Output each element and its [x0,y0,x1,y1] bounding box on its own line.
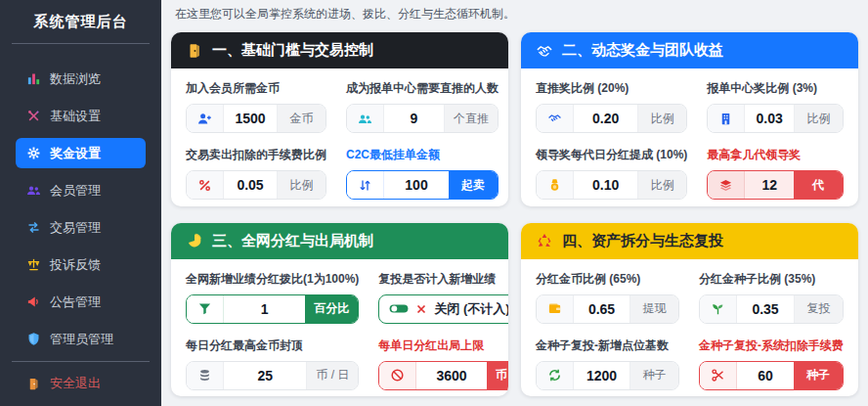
network-dividend-ratio-input[interactable]: 1 百分比 [186,294,359,324]
logout-button[interactable]: 安全退出 [0,362,161,406]
order-center-bonus-input[interactable]: 0.03 比例 [707,104,844,133]
input-suffix: 提现 [629,295,678,323]
dividend-seed-ratio-input[interactable]: 0.35 复投 [699,294,844,324]
field-label: 加入会员所需金币 [186,80,326,97]
x-mark-icon [415,303,427,315]
logout-label: 安全退出 [50,375,101,392]
sidebar-item-bonus-settings[interactable]: 奖金设置 [16,138,146,168]
sell-fee-input[interactable]: 0.05 比例 [186,170,326,200]
card-dividend-exit: 三、全网分红与出局机制 全网新增业绩分红拨比(1为100%) 1 百分比 复投是… [171,223,508,397]
sidebar-item-label: 会员管理 [50,182,101,200]
sidebar-item-data-browse[interactable]: 数据浏览 [16,64,146,94]
sidebar-item-admins[interactable]: 管理员管理 [16,324,146,354]
max-leader-generations-input[interactable]: 12 代 [707,170,844,200]
sidebar-divider-top [12,43,150,44]
field-label: 分红金种子比例 (35%) [699,271,844,288]
team-icon [347,105,384,132]
sidebar-item-complaints[interactable]: 投诉反馈 [16,249,146,280]
input-value[interactable]: 0.65 [574,295,629,323]
input-suffix: 复投 [794,295,843,323]
sort-arrows-icon [347,171,384,199]
field-direct-bonus-ratio: 直推奖比例 (20%) 0.20 比例 [536,80,687,133]
field-label: 报单中心奖比例 (3%) [707,80,844,97]
ban-icon [379,362,416,389]
input-suffix: 种子 [794,362,843,389]
input-suffix: 比例 [794,105,843,132]
sidebar-item-label: 数据浏览 [50,70,101,88]
join-coins-input[interactable]: 1500 金币 [186,104,326,133]
input-value[interactable]: 0.20 [574,105,637,132]
input-suffix: 比例 [637,171,686,199]
input-suffix: 比例 [277,171,326,199]
input-value[interactable]: 0.10 [574,171,637,199]
input-value[interactable]: 0.05 [224,171,277,199]
input-suffix: 比例 [637,105,686,132]
field-max-leader-generations: 最高拿几代领导奖 12 代 [707,147,844,200]
pie-chart-icon [186,232,203,249]
percent-icon [187,171,224,199]
field-label: 分红金币比例 (65%) [536,271,679,288]
per-order-exit-cap-input[interactable]: 3600 币 / 单 [378,361,508,390]
input-suffix: 币 / 单 [487,362,508,389]
input-value[interactable]: 60 [737,362,794,389]
field-label: C2C最低挂单金额 [346,147,499,163]
card-header-dynamic-rewards: 二、动态奖金与团队收益 [521,32,858,68]
app-title: 系统管理后台 [0,0,161,43]
input-value[interactable]: 0.03 [745,105,794,132]
field-daily-dividend-cap: 每日分红最高金币封顶 25 币 / 日 [186,338,359,390]
field-label: 每单日分红出局上限 [378,338,508,354]
input-value[interactable]: 100 [384,171,449,199]
input-value[interactable]: 9 [384,105,444,132]
field-dividend-coin-ratio: 分红金币比例 (65%) 0.65 提现 [536,271,679,324]
field-label: 每日分红最高金币封顶 [186,338,359,354]
sidebar-item-label: 奖金设置 [50,145,101,162]
toggle-icon [389,302,409,315]
sidebar-item-label: 交易管理 [50,219,101,237]
field-dividend-seed-ratio: 分红金种子比例 (35%) 0.35 复投 [699,271,844,324]
card-title: 二、动态奖金与团队收益 [562,41,723,60]
field-label: 最高拿几代领导奖 [707,147,844,163]
input-value[interactable]: 1200 [574,362,629,389]
input-value[interactable]: 3600 [416,362,486,389]
field-label: 全网新增业绩分红拨比(1为100%) [186,271,359,288]
field-seed-reinvest-base: 金种子复投-新增点位基数 1200 种子 [536,338,679,390]
field-label: 成为报单中心需要直推的人数 [346,80,499,97]
field-label: 金种子复投-系统扣除手续费 [699,338,844,354]
reinvest-counting-select[interactable]: 关闭 (不计入) [378,294,508,324]
door-icon [186,42,203,60]
megaphone-icon [25,294,41,310]
input-value[interactable]: 1500 [224,105,277,132]
seedling-icon [700,295,737,323]
sidebar-item-announcements[interactable]: 公告管理 [16,287,146,317]
input-value[interactable]: 0.35 [737,295,794,323]
daily-dividend-cap-input[interactable]: 25 币 / 日 [186,361,359,390]
c2c-min-order-input[interactable]: 100 起卖 [346,170,499,200]
input-suffix: 种子 [629,362,678,389]
input-value[interactable]: 1 [224,295,305,323]
direct-bonus-input[interactable]: 0.20 比例 [536,104,687,133]
field-sell-fee-ratio: 交易卖出扣除的手续费比例 0.05 比例 [186,147,326,200]
seed-reinvest-fee-input[interactable]: 60 种子 [699,361,844,390]
building-icon [708,105,745,132]
card-title: 三、全网分红与出局机制 [212,232,373,250]
field-join-coins: 加入会员所需金币 1500 金币 [186,80,326,133]
input-value[interactable]: 12 [745,171,794,199]
sidebar-item-label: 基础设置 [50,108,101,125]
funnel-icon [187,295,224,323]
field-leader-bonus-ratio: 领导奖每代日分红提成 (10%) 0.10 比例 [536,147,687,200]
dividend-coin-ratio-input[interactable]: 0.65 提现 [536,294,679,324]
input-value[interactable]: 25 [224,362,306,389]
sidebar-item-basic-settings[interactable]: 基础设置 [16,101,146,131]
card-body: 直推奖比例 (20%) 0.20 比例 报单中心奖比例 (3%) 0.03 比例 [521,68,858,206]
leader-bonus-input[interactable]: 0.10 比例 [536,170,687,200]
field-order-center-bonus-ratio: 报单中心奖比例 (3%) 0.03 比例 [707,80,844,133]
refresh-icon [537,362,574,389]
sidebar-item-trades[interactable]: 交易管理 [16,212,146,243]
wallet-icon [537,295,574,323]
direct-referrals-input[interactable]: 9 个直推 [346,104,499,133]
sidebar-item-members[interactable]: 会员管理 [16,175,146,205]
seed-reinvest-base-input[interactable]: 1200 种子 [536,361,679,390]
exit-door-icon [25,376,41,391]
card-body: 全网新增业绩分红拨比(1为100%) 1 百分比 复投是否计入新增业绩 关闭 ( [171,259,508,397]
field-direct-referrals-needed: 成为报单中心需要直推的人数 9 个直推 [346,80,499,133]
